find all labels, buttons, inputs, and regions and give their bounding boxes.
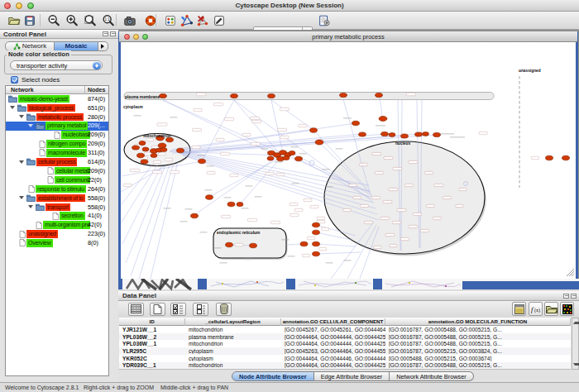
destroy-network-icon[interactable] — [196, 14, 209, 27]
graphics-details-icon[interactable] — [164, 14, 177, 27]
tab-edge-attribute-browser[interactable]: Edge Attribute Browser — [314, 371, 390, 381]
open-file-icon[interactable] — [7, 14, 21, 27]
file-icon — [36, 222, 42, 229]
tree-column-network[interactable]: Network — [11, 87, 34, 93]
annotation-icon[interactable] — [213, 14, 226, 27]
zoom-out-icon[interactable] — [47, 14, 60, 27]
tree-column-nodes[interactable]: Nodes — [88, 87, 105, 93]
table-row-ykr052c[interactable]: YKR052Ccytoplasm[GO:0044464, GO:0044446,… — [119, 355, 571, 362]
table-row-ylr295c[interactable]: YLR295Ccytoplasm[GO:0045263, GO:0044464,… — [119, 347, 571, 355]
float-panel-icon[interactable] — [103, 31, 108, 36]
tree-item-mosaic-demo-yeast[interactable]: mosaic-demo-yeast874(0) — [6, 94, 108, 103]
scroll-down-icon[interactable] — [573, 363, 579, 367]
attribute-table: ID_cellularLayoutRegionannotation.GO CEL… — [119, 318, 571, 370]
zoom-in-icon[interactable] — [65, 14, 79, 27]
table-column-header[interactable]: annotation.GO MOLECULAR_FUNCTION — [385, 318, 571, 326]
export-image-icon[interactable] — [123, 14, 136, 27]
node-color-selection-title: Node color selection — [7, 50, 71, 58]
zoom-selected-icon[interactable] — [84, 14, 97, 27]
tab-network-attribute-browser[interactable]: Network Attribute Browser — [390, 371, 473, 381]
tree-item-cellular-process[interactable]: cellular process614(0) — [6, 157, 108, 166]
disclosure-triangle-icon[interactable] — [19, 115, 24, 121]
node-color-combobox-value: transporter activity — [17, 62, 67, 69]
tree-item-multi-organism-pro[interactable]: multi-organism pro42(0) — [6, 221, 108, 230]
table-cell: YPL036W__2 — [119, 334, 185, 340]
tree-item-node-count: 558(0) — [88, 194, 105, 202]
save-session-icon[interactable] — [23, 14, 36, 27]
tree-item-secretion[interactable]: secretion41(0) — [6, 212, 108, 221]
table-row-ydr039c__1[interactable]: YDR039C__1mitochondrion[GO:0044464, GO:0… — [119, 362, 571, 370]
disclosure-triangle-icon[interactable] — [10, 106, 15, 112]
table-row-ypl036w__2[interactable]: YPL036W__2plasma membrane[GO:0044464, GO… — [119, 333, 571, 341]
tree-item-node-count: 223(0) — [88, 230, 105, 237]
disclosure-triangle-icon[interactable] — [28, 205, 33, 211]
combobox-stepper-icon[interactable] — [93, 62, 101, 70]
data-panel-title: Data Panel — [122, 292, 156, 299]
tree-item-establishment-of-lo[interactable]: establishment of lo558(0) — [6, 194, 108, 203]
float-panel-icon[interactable] — [563, 294, 569, 299]
delete-attribute-icon[interactable] — [216, 303, 232, 316]
create-network-icon[interactable] — [180, 14, 194, 27]
table-column-header[interactable]: annotation.GO CELLULAR_COMPONENT — [281, 318, 385, 326]
network-view-window[interactable]: primary metabolic process plasma membran… — [118, 31, 578, 280]
table-row-yjr121w__1[interactable]: YJR121W__1mitochondrion[GO:0045267, GO:0… — [119, 326, 571, 333]
folder-icon — [26, 194, 36, 202]
configure-search-icon[interactable] — [318, 14, 331, 27]
attribute-list-icon[interactable] — [512, 302, 526, 316]
import-attributes-icon[interactable] — [544, 302, 558, 316]
network-window-titlebar[interactable]: primary metabolic process — [119, 31, 577, 42]
network-tree-header[interactable]: Network Nodes — [6, 86, 108, 94]
heatmap-icon[interactable] — [560, 302, 574, 316]
tree-item-biological-process[interactable]: biological_process651(0) — [6, 103, 108, 112]
tree-item-response-to-stimulu[interactable]: response to stimulu264(0) — [6, 184, 108, 194]
new-attribute-icon[interactable] — [150, 303, 165, 316]
table-column-header[interactable]: _cellularLayoutRegion — [185, 318, 281, 326]
tree-item-node-count: 651(0) — [88, 104, 105, 112]
node-color-combobox[interactable]: transporter activity — [10, 60, 103, 70]
tree-item-unassigned[interactable]: unassigned223(0) — [6, 230, 108, 239]
disclosure-triangle-icon[interactable] — [19, 196, 24, 202]
tree-item-label: cellular process — [36, 158, 77, 165]
disclosure-triangle-icon[interactable] — [19, 160, 24, 166]
tree-item-cell-communicat[interactable]: cell communicat22(0) — [6, 175, 108, 184]
tree-item-cellular-metabo[interactable]: cellular metabo209(0) — [6, 166, 108, 175]
tree-column-divider[interactable] — [84, 86, 85, 94]
table-cell: [GO:0016787, GO:0005488, GO:0005215, G..… — [385, 327, 571, 332]
table-scrollbar[interactable] — [572, 318, 579, 370]
tree-item-nucleobase-[interactable]: nucleobase-209(0) — [6, 131, 108, 140]
table-cell: [GO:0016787, GO:0005488, GO:0005215, G..… — [385, 362, 571, 368]
tree-item-node-count: 8(0) — [88, 239, 98, 246]
more-tabs-arrow-icon[interactable] — [98, 41, 108, 51]
tree-item-primary-metabol[interactable]: primary metabol209(... — [6, 122, 108, 131]
tab-node-attribute-browser[interactable]: Node Attribute Browser — [232, 371, 314, 381]
tree-item-node-count: 209(0) — [88, 167, 105, 174]
network-canvas[interactable]: plasma membranecytoplasmmitochondrionnuc… — [121, 42, 576, 279]
table-cell: YLR295C — [119, 348, 185, 354]
tree-item-transport[interactable]: transport558(0) — [6, 203, 108, 212]
tree-item-metabolic-process[interactable]: metabolic process280(0) — [6, 112, 108, 122]
background-windows-art — [118, 279, 579, 291]
tree-item-node-count: 311(0) — [88, 149, 105, 156]
table-row-ypl036w__1[interactable]: YPL036W__1mitochondrion[GO:0044464, GO:0… — [119, 340, 571, 347]
function-builder-icon[interactable]: f(x) — [529, 302, 543, 316]
table-cell: [GO:0045267, GO:0045261, GO:0044464, G..… — [281, 327, 385, 332]
tree-item-label: unassigned — [26, 230, 58, 237]
tree-item-nitrogen-compo[interactable]: nitrogen compo209(0) — [6, 140, 108, 149]
select-all-attributes-icon[interactable] — [170, 303, 186, 316]
disclosure-triangle-icon[interactable] — [28, 124, 33, 130]
tree-item-label: response to stimulu — [36, 185, 86, 193]
close-panel-icon[interactable] — [110, 31, 116, 36]
table-column-header[interactable]: ID — [119, 318, 185, 326]
scroll-up-icon[interactable] — [573, 320, 579, 324]
unselect-all-attributes-icon[interactable] — [193, 303, 208, 316]
close-panel-icon[interactable] — [571, 294, 577, 299]
select-nodes-checkbox[interactable] — [11, 76, 18, 84]
file-icon — [54, 131, 60, 139]
tree-item-overview[interactable]: Overview8(0) — [6, 238, 108, 247]
tree-item-label: macromolecule — [46, 149, 87, 156]
resize-grip[interactable] — [566, 268, 575, 277]
tree-item-macromolecule[interactable]: macromolecule311(0) — [6, 148, 108, 157]
folder-icon — [8, 95, 17, 103]
zoom-actual-size-icon[interactable]: 1:1 — [102, 14, 115, 27]
select-attributes-icon[interactable] — [128, 303, 144, 316]
